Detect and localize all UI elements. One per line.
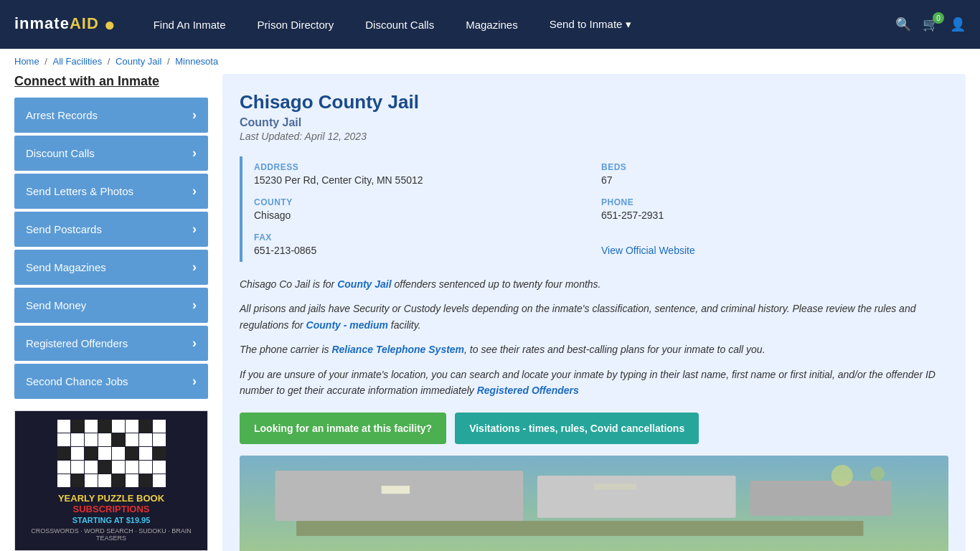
facility-type: County Jail: [240, 116, 948, 129]
svg-point-8: [870, 467, 885, 481]
logo[interactable]: inmateAID ●: [14, 14, 116, 34]
breadcrumb-sep1: /: [44, 56, 50, 67]
breadcrumb-sep3: /: [167, 56, 172, 67]
visitations-cta-button[interactable]: Visitations - times, rules, Covid cancel…: [455, 413, 699, 444]
sidebar-menu: Arrest Records › Discount Calls › Send L…: [14, 98, 208, 399]
county-jail-link-1[interactable]: County Jail: [337, 278, 391, 290]
sidebar-item-second-chance-jobs[interactable]: Second Chance Jobs ›: [14, 364, 208, 399]
nav-send-to-inmate[interactable]: Send to Inmate ▾: [534, 0, 647, 49]
svg-point-7: [831, 465, 853, 486]
main-nav: Find An Inmate Prison Directory Discount…: [138, 0, 895, 49]
sidebar-item-label: Second Chance Jobs: [26, 375, 128, 387]
chevron-right-icon: ›: [192, 336, 197, 351]
user-icon[interactable]: 👤: [950, 17, 966, 32]
logo-aid: AID: [70, 14, 99, 32]
chevron-right-icon: ›: [192, 260, 197, 275]
nav-magazines[interactable]: Magazines: [450, 0, 534, 49]
info-county: COUNTY Chisago: [254, 192, 601, 227]
nav-discount-calls[interactable]: Discount Calls: [349, 0, 450, 49]
phone-value: 651-257-2931: [601, 209, 948, 221]
ad-description: CROSSWORDS · WORD SEARCH · SUDOKU · BRAI…: [24, 527, 199, 542]
address-label: ADDRESS: [254, 162, 601, 172]
info-address: ADDRESS 15230 Per Rd, Center City, MN 55…: [254, 156, 601, 192]
sidebar-ad[interactable]: YEARLY PUZZLE BOOK SUBSCRIPTIONS STARTIN…: [14, 410, 208, 551]
sidebar-item-send-magazines[interactable]: Send Magazines ›: [14, 250, 208, 285]
breadcrumb-home[interactable]: Home: [14, 56, 39, 67]
facility-desc-1: Chisago Co Jail is for County Jail offen…: [240, 276, 948, 292]
phone-label: PHONE: [601, 197, 948, 207]
chevron-right-icon: ›: [192, 222, 197, 237]
ad-subtitle: STARTING AT $19.95: [24, 516, 199, 524]
facility-info-grid: ADDRESS 15230 Per Rd, Center City, MN 55…: [240, 156, 948, 262]
nav-prison-directory[interactable]: Prison Directory: [242, 0, 350, 49]
breadcrumb-sep2: /: [108, 56, 113, 67]
chevron-right-icon: ›: [192, 374, 197, 389]
svg-rect-4: [296, 521, 863, 536]
sidebar-item-label: Arrest Records: [26, 109, 98, 121]
sidebar-item-discount-calls[interactable]: Discount Calls ›: [14, 136, 208, 171]
svg-rect-5: [382, 486, 410, 494]
info-beds: BEDS 67: [601, 156, 948, 192]
county-medium-link[interactable]: County - medium: [306, 319, 388, 331]
nav-find-inmate[interactable]: Find An Inmate: [138, 0, 242, 49]
chevron-right-icon: ›: [192, 298, 197, 313]
facility-content: Chisago County Jail County Jail Last Upd…: [222, 74, 966, 551]
info-phone: PHONE 651-257-2931: [601, 192, 948, 227]
sidebar-item-label: Discount Calls: [26, 147, 95, 159]
sidebar-item-label: Send Magazines: [26, 261, 106, 273]
svg-rect-2: [537, 476, 736, 518]
find-inmate-cta-button[interactable]: Looking for an inmate at this facility?: [240, 413, 446, 444]
breadcrumb: Home / All Facilities / County Jail / Mi…: [0, 49, 980, 74]
main-layout: Connect with an Inmate Arrest Records › …: [0, 74, 980, 551]
cta-buttons: Looking for an inmate at this facility? …: [240, 413, 948, 444]
sidebar-item-send-postcards[interactable]: Send Postcards ›: [14, 212, 208, 247]
sidebar-item-label: Send Letters & Photos: [26, 185, 133, 197]
reliance-link[interactable]: Reliance Telephone System: [331, 344, 464, 355]
address-value: 15230 Per Rd, Center City, MN 55012: [254, 174, 601, 186]
facility-updated: Last Updated: April 12, 2023: [240, 131, 948, 142]
breadcrumb-all-facilities[interactable]: All Facilities: [53, 56, 103, 67]
beds-label: BEDS: [601, 162, 948, 172]
facility-aerial-image: [240, 456, 948, 551]
sidebar: Connect with an Inmate Arrest Records › …: [14, 74, 208, 551]
ad-crossword-image: [57, 420, 166, 487]
facility-desc-3: The phone carrier is Reliance Telephone …: [240, 342, 948, 357]
header-icons: 🔍 🛒 0 👤: [895, 17, 966, 32]
sidebar-item-send-money[interactable]: Send Money ›: [14, 288, 208, 323]
site-header: inmateAID ● Find An Inmate Prison Direct…: [0, 0, 980, 49]
ad-title: YEARLY PUZZLE BOOK SUBSCRIPTIONS: [24, 493, 199, 514]
official-website-link[interactable]: View Official Website: [601, 245, 695, 256]
facility-desc-2: All prisons and jails have Security or C…: [240, 301, 948, 333]
facility-name: Chisago County Jail: [240, 91, 948, 113]
sidebar-item-send-letters[interactable]: Send Letters & Photos ›: [14, 174, 208, 209]
breadcrumb-state[interactable]: Minnesota: [175, 56, 218, 67]
facility-image: [240, 456, 948, 551]
fax-label: FAX: [254, 232, 601, 242]
cart-icon[interactable]: 🛒 0: [923, 17, 938, 32]
sidebar-item-label: Registered Offenders: [26, 337, 128, 349]
chevron-right-icon: ›: [192, 108, 197, 123]
cart-badge: 0: [933, 12, 944, 24]
logo-text: inmateAID ●: [14, 14, 116, 34]
chevron-right-icon: ›: [192, 146, 197, 161]
sidebar-item-label: Send Money: [26, 299, 86, 311]
info-fax: FAX 651-213-0865: [254, 227, 601, 262]
svg-rect-3: [750, 481, 892, 516]
breadcrumb-county-jail[interactable]: County Jail: [116, 56, 161, 67]
fax-value: 651-213-0865: [254, 245, 601, 256]
svg-rect-6: [594, 484, 636, 490]
beds-value: 67: [601, 174, 948, 186]
registered-offenders-link[interactable]: Registered Offenders: [477, 385, 579, 396]
info-website: View Official Website: [601, 227, 948, 262]
chevron-right-icon: ›: [192, 184, 197, 199]
sidebar-item-arrest-records[interactable]: Arrest Records ›: [14, 98, 208, 133]
website-spacer: [601, 232, 948, 242]
sidebar-title: Connect with an Inmate: [14, 74, 208, 89]
county-label: COUNTY: [254, 197, 601, 207]
search-icon[interactable]: 🔍: [895, 17, 911, 32]
facility-desc-4: If you are unsure of your inmate's locat…: [240, 367, 948, 399]
sidebar-item-label: Send Postcards: [26, 223, 102, 235]
county-value: Chisago: [254, 209, 601, 221]
svg-rect-1: [275, 471, 523, 521]
sidebar-item-registered-offenders[interactable]: Registered Offenders ›: [14, 326, 208, 361]
